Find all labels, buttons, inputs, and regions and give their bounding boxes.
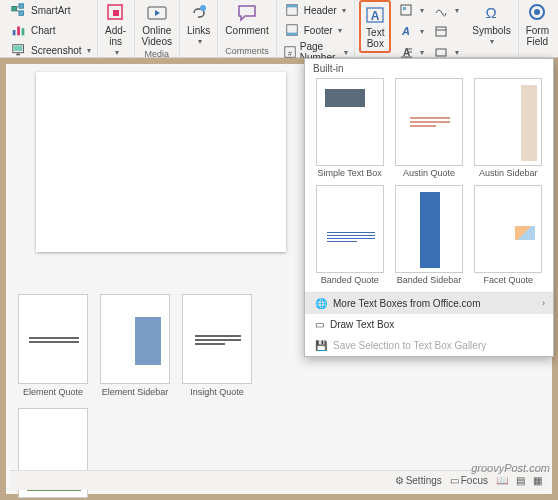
read-icon: 📖: [496, 475, 508, 486]
form-field-button[interactable]: Form Field: [523, 0, 552, 49]
thumb-label: Element Sidebar: [102, 387, 169, 397]
gallery-item-label: Austin Sidebar: [479, 169, 538, 179]
svg-point-36: [534, 9, 540, 15]
header-icon: [283, 1, 301, 19]
wordart-button[interactable]: A▾: [395, 21, 426, 41]
more-text-boxes-menuitem[interactable]: 🌐 More Text Boxes from Office.com ›: [305, 293, 553, 314]
chevron-down-icon: ▾: [344, 48, 348, 57]
chevron-down-icon: ▾: [338, 26, 342, 35]
more-text-boxes-label: More Text Boxes from Office.com: [333, 298, 480, 309]
svg-text:Ω: Ω: [486, 4, 497, 21]
svg-rect-9: [14, 46, 23, 51]
svg-marker-14: [155, 10, 160, 16]
doc-thumb[interactable]: Element Sidebar: [100, 294, 170, 397]
chevron-down-icon: ▾: [198, 37, 202, 46]
links-label: Links: [187, 25, 210, 36]
doc-thumb[interactable]: Element Quote: [18, 294, 88, 397]
online-videos-label: Online Videos: [142, 25, 172, 47]
view-web-button[interactable]: ▦: [533, 475, 542, 486]
comment-button[interactable]: Comment: [222, 0, 271, 38]
smartart-button[interactable]: SmartArt: [8, 0, 93, 20]
chart-icon: [10, 21, 28, 39]
focus-button[interactable]: ▭ Focus: [450, 475, 488, 486]
print-layout-icon: ▤: [516, 475, 525, 486]
text-box-gallery: Built-in Simple Text Box Austin Quote Au…: [304, 58, 554, 357]
gallery-item[interactable]: Austin Sidebar: [472, 78, 545, 179]
ribbon-group-links: Links ▾: [180, 0, 218, 58]
ribbon-group-comments: Comment Comments: [218, 0, 276, 58]
svg-rect-31: [436, 27, 446, 36]
chevron-down-icon: ▾: [455, 6, 459, 15]
svg-rect-10: [16, 54, 20, 56]
settings-label: Settings: [406, 475, 442, 486]
svg-rect-7: [22, 28, 25, 35]
comments-group-label: Comments: [225, 46, 269, 56]
thumb-label: Insight Quote: [190, 387, 244, 397]
svg-text:A: A: [401, 25, 410, 37]
chevron-down-icon: ▾: [115, 48, 119, 57]
doc-thumb[interactable]: Insight Quote: [182, 294, 252, 397]
svg-rect-33: [436, 49, 446, 56]
svg-rect-25: [403, 7, 406, 10]
video-icon: [146, 2, 168, 24]
settings-button[interactable]: ⚙ Settings: [395, 475, 442, 486]
symbols-button[interactable]: Ω Symbols ▾: [469, 0, 513, 48]
online-videos-button[interactable]: Online Videos: [139, 0, 175, 49]
footer-button[interactable]: Footer ▾: [281, 20, 351, 40]
view-read-button[interactable]: 📖: [496, 475, 508, 486]
gallery-item[interactable]: Facet Quote: [472, 185, 545, 286]
signature-button[interactable]: ▾: [430, 0, 461, 20]
chevron-down-icon: ▾: [342, 6, 346, 15]
chevron-down-icon: ▾: [490, 37, 494, 46]
svg-rect-1: [19, 4, 23, 8]
svg-text:A: A: [371, 9, 380, 23]
link-icon: [188, 2, 210, 24]
text-box-label: Text Box: [366, 27, 384, 49]
save-selection-menuitem: 💾 Save Selection to Text Box Gallery: [305, 335, 553, 356]
gallery-item[interactable]: Austin Quote: [392, 78, 465, 179]
watermark: groovyPost.com: [471, 462, 550, 474]
document-page[interactable]: [36, 72, 286, 252]
draw-text-box-menuitem[interactable]: ▭ Draw Text Box: [305, 314, 553, 335]
save-selection-label: Save Selection to Text Box Gallery: [333, 340, 486, 351]
draw-icon: ▭: [315, 319, 324, 330]
quick-parts-icon: [397, 1, 415, 19]
ribbon-group-addins: Add- ins ▾: [98, 0, 135, 58]
form-field-icon: [526, 2, 548, 24]
datetime-icon: [432, 22, 450, 40]
svg-rect-17: [286, 5, 297, 8]
chevron-down-icon: ▾: [420, 48, 424, 57]
svg-point-15: [200, 5, 206, 11]
gallery-item-label: Austin Quote: [403, 169, 455, 179]
footer-icon: [283, 21, 301, 39]
links-button[interactable]: Links ▾: [184, 0, 213, 48]
ribbon: SmartArt Chart Screenshot ▾: [0, 0, 558, 58]
header-button[interactable]: Header ▾: [281, 0, 351, 20]
screenshot-button[interactable]: Screenshot ▾: [8, 40, 93, 60]
comment-label: Comment: [225, 25, 268, 36]
quick-parts-button[interactable]: ▾: [395, 0, 426, 20]
gallery-item-label: Facet Quote: [484, 276, 534, 286]
screenshot-icon: [10, 41, 28, 59]
chart-button[interactable]: Chart: [8, 20, 93, 40]
gallery-item[interactable]: Banded Sidebar: [392, 185, 465, 286]
text-box-button[interactable]: A Text Box: [359, 0, 391, 53]
footer-label: Footer: [304, 25, 333, 36]
view-print-button[interactable]: ▤: [516, 475, 525, 486]
gallery-item[interactable]: Simple Text Box: [313, 78, 386, 179]
svg-rect-5: [13, 30, 16, 35]
status-bar: ⚙ Settings ▭ Focus 📖 ▤ ▦: [10, 470, 548, 490]
datetime-button[interactable]: [430, 21, 461, 41]
svg-rect-2: [19, 11, 23, 15]
gallery-item[interactable]: Banded Quote: [313, 185, 386, 286]
addins-icon: [105, 2, 127, 24]
web-layout-icon: ▦: [533, 475, 542, 486]
addins-button[interactable]: Add- ins ▾: [102, 0, 130, 59]
save-icon: 💾: [315, 340, 327, 351]
symbols-icon: Ω: [480, 2, 502, 24]
symbols-label: Symbols: [472, 25, 510, 36]
smartart-icon: [10, 1, 28, 19]
ribbon-group-text: A Text Box ▾ A▾ A▾ ▾ ▾: [355, 0, 465, 58]
chevron-down-icon: ▾: [420, 6, 424, 15]
svg-rect-19: [286, 33, 297, 36]
